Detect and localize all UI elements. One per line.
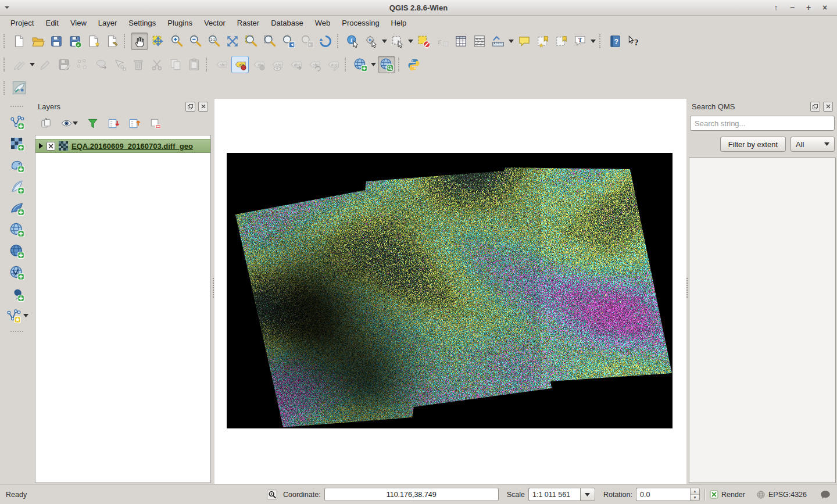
toolbar-grip[interactable] [345, 58, 348, 72]
highlight-pinned-labels-button[interactable]: ab [231, 56, 249, 73]
current-edits-dropdown[interactable] [28, 56, 35, 73]
zoom-actual-button[interactable]: 1:1 [205, 33, 223, 50]
manage-visibility-button[interactable] [59, 116, 79, 131]
new-shapefile-layer-dropdown[interactable] [23, 307, 28, 324]
select-features-button[interactable] [389, 33, 406, 50]
zoom-to-selection-button[interactable] [242, 33, 260, 50]
deselect-features-button[interactable] [415, 33, 432, 50]
attribute-table-button[interactable] [452, 33, 470, 50]
zoom-last-button[interactable] [280, 33, 297, 50]
composer-manager-button[interactable] [103, 33, 121, 50]
save-project-as-button[interactable] [66, 33, 84, 50]
close-icon[interactable]: × [820, 2, 830, 13]
add-group-button[interactable] [38, 116, 53, 131]
save-project-button[interactable] [48, 33, 65, 50]
menu-edit[interactable]: Edit [40, 17, 64, 29]
layer-checkbox[interactable] [46, 142, 55, 151]
toolbar-grip[interactable] [3, 34, 6, 48]
crs-globe-icon[interactable] [756, 489, 766, 500]
measure-line-button[interactable] [489, 33, 507, 50]
zoom-out-button[interactable] [187, 33, 204, 50]
map-canvas[interactable] [227, 153, 673, 428]
layer-row[interactable]: EQA.20160609_20160703.diff_geo [35, 139, 210, 153]
close-panel-icon[interactable] [823, 102, 833, 112]
text-annotation-button[interactable]: T [571, 33, 589, 50]
left-splitter[interactable] [213, 278, 216, 298]
menu-web[interactable]: Web [309, 17, 337, 29]
messages-bubble-icon[interactable] [820, 489, 831, 501]
scale-dropdown[interactable] [580, 488, 595, 501]
refresh-map-button[interactable] [317, 33, 334, 50]
rollup-icon[interactable]: ↑ [771, 2, 781, 13]
add-oracle-layer-button[interactable] [8, 285, 26, 303]
whats-this-button[interactable]: ? [625, 33, 642, 50]
menu-view[interactable]: View [65, 17, 92, 29]
select-features-dropdown[interactable] [407, 33, 414, 50]
layer-name[interactable]: EQA.20160609_20160703.diff_geo [71, 142, 193, 151]
toolbar-grip[interactable] [10, 106, 23, 109]
minimize-icon[interactable]: − [787, 2, 797, 13]
add-mssql-layer-button[interactable] [8, 199, 26, 217]
zoom-to-layer-button[interactable] [261, 33, 278, 50]
window-menu-icon[interactable] [0, 5, 14, 10]
help-contents-button[interactable]: ? [606, 33, 624, 50]
menu-vector[interactable]: Vector [198, 17, 231, 29]
filter-by-extent-button[interactable]: Filter by extent [720, 137, 786, 152]
feature-action-dropdown[interactable] [381, 33, 388, 50]
layer-tree[interactable]: EQA.20160609_20160703.diff_geo [35, 135, 211, 483]
service-type-select[interactable]: All [791, 137, 835, 152]
spin-down-icon[interactable]: ▼ [691, 495, 699, 501]
show-bookmarks-button[interactable] [553, 33, 570, 50]
measure-line-dropdown[interactable] [507, 33, 514, 50]
qms-search-input[interactable] [690, 116, 835, 131]
crs-status[interactable]: EPSG:4326 [768, 491, 807, 499]
scale-combo[interactable]: 1:1 011 561 [528, 488, 595, 501]
add-wcs-layer-button[interactable] [8, 242, 26, 260]
collapse-all-button[interactable] [127, 116, 142, 131]
new-bookmark-button[interactable] [534, 33, 552, 50]
coordinate-capture-icon[interactable] [265, 488, 279, 502]
spin-up-icon[interactable]: ▲ [691, 488, 699, 495]
remove-layer-button[interactable] [148, 116, 163, 131]
float-panel-icon[interactable] [185, 102, 195, 112]
zoom-full-button[interactable] [224, 33, 241, 50]
field-calculator-button[interactable] [471, 33, 488, 50]
coordinate-input[interactable] [324, 488, 499, 501]
toolbar-grip[interactable] [124, 34, 127, 48]
expand-arrow-icon[interactable] [38, 143, 43, 149]
python-console-button[interactable] [405, 56, 423, 73]
add-wfs-layer-button[interactable] [8, 264, 26, 281]
new-project-button[interactable] [10, 33, 28, 50]
add-raster-layer-button[interactable] [8, 135, 26, 152]
feature-action-button[interactable] [363, 33, 380, 50]
toolbar-grip[interactable] [599, 34, 602, 48]
close-panel-icon[interactable] [198, 102, 208, 112]
add-vector-layer-button[interactable] [8, 113, 26, 131]
menu-settings[interactable]: Settings [123, 17, 162, 29]
render-checkbox[interactable] [710, 490, 718, 499]
toolbar-grip[interactable] [10, 331, 23, 334]
menu-layer[interactable]: Layer [92, 17, 123, 29]
open-project-button[interactable] [29, 33, 46, 50]
map-view[interactable] [214, 99, 686, 484]
satellite-plugin-button[interactable] [10, 79, 28, 96]
add-spatialite-layer-button[interactable] [8, 178, 26, 195]
new-shapefile-layer-button[interactable] [5, 307, 22, 324]
toolbar-grip[interactable] [206, 58, 209, 72]
qms-search-button[interactable] [378, 56, 395, 73]
toolbar-grip[interactable] [3, 58, 6, 72]
toolbar-grip[interactable] [3, 81, 6, 95]
toolbar-grip[interactable] [398, 58, 401, 72]
menu-plugins[interactable]: Plugins [162, 17, 198, 29]
pan-to-selection-button[interactable] [149, 33, 167, 50]
new-composer-button[interactable] [85, 33, 102, 50]
rotation-spinbox[interactable]: 0.0 ▲ ▼ [636, 488, 700, 501]
menu-help[interactable]: Help [385, 17, 413, 29]
menu-database[interactable]: Database [265, 17, 309, 29]
menu-project[interactable]: Project [5, 17, 40, 29]
menu-raster[interactable]: Raster [231, 17, 265, 29]
add-postgis-layer-button[interactable] [8, 156, 26, 174]
add-wms-layer-button[interactable] [8, 221, 26, 238]
float-panel-icon[interactable] [810, 102, 820, 112]
pan-map-button[interactable] [131, 33, 148, 50]
